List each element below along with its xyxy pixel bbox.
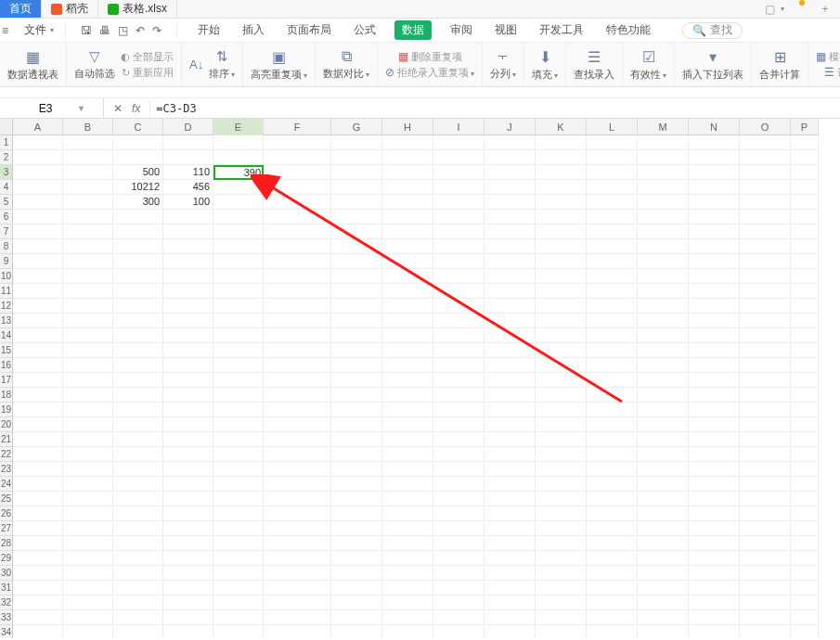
fx-icon[interactable]: fx xyxy=(132,102,140,115)
save-icon[interactable]: 🖫 xyxy=(81,24,92,37)
name-box-dropdown-icon[interactable]: ▼ xyxy=(77,104,85,113)
column-header-F[interactable]: F xyxy=(264,119,331,135)
column-header-G[interactable]: G xyxy=(331,119,382,135)
dropdown-list-button[interactable]: ▾插入下拉列表 xyxy=(675,43,752,86)
cancel-formula-icon[interactable]: ✕ xyxy=(113,102,123,115)
column-header-B[interactable]: B xyxy=(63,119,113,135)
row-header-23[interactable]: 23 xyxy=(0,462,12,477)
column-header-E[interactable]: E xyxy=(213,119,264,135)
row-header-5[interactable]: 5 xyxy=(0,195,12,210)
cell-D3[interactable]: 110 xyxy=(163,165,213,180)
column-header-P[interactable]: P xyxy=(791,119,819,135)
sort-button[interactable]: ⇅排序▾ xyxy=(209,48,235,81)
ribbon-tab-formula[interactable]: 公式 xyxy=(350,20,380,40)
column-header-D[interactable]: D xyxy=(163,119,213,135)
row-header-7[interactable]: 7 xyxy=(0,224,12,239)
search-box[interactable]: 🔍 查找 xyxy=(682,22,743,39)
row-header-8[interactable]: 8 xyxy=(0,239,12,254)
tab-home[interactable]: 首页 xyxy=(0,0,42,18)
name-box[interactable]: ▼ xyxy=(0,98,104,118)
find-input-button[interactable]: ☰查找录入 xyxy=(566,43,623,86)
sort-asc-button[interactable]: A↓ xyxy=(189,58,203,71)
tab-second[interactable]: 稻壳 xyxy=(42,0,98,18)
row-header-33[interactable]: 33 xyxy=(0,610,12,625)
preview-icon[interactable]: ◳ xyxy=(118,24,128,37)
ribbon-tab-pagelayout[interactable]: 页面布局 xyxy=(283,20,335,40)
column-header-I[interactable]: I xyxy=(433,119,485,135)
name-box-input[interactable] xyxy=(18,102,73,115)
row-header-19[interactable]: 19 xyxy=(0,403,12,417)
row-header-29[interactable]: 29 xyxy=(0,551,12,566)
cell-E3[interactable]: 390 xyxy=(213,165,264,180)
tab-third[interactable]: 表格.xlsx xyxy=(98,0,177,18)
row-header-17[interactable]: 17 xyxy=(0,373,12,388)
row-header-12[interactable]: 12 xyxy=(0,299,12,314)
ribbon-tab-special[interactable]: 特色功能 xyxy=(602,20,654,40)
undo-icon[interactable]: ↶ xyxy=(136,24,145,37)
column-header-J[interactable]: J xyxy=(485,119,536,135)
row-header-24[interactable]: 24 xyxy=(0,477,12,492)
row-header-32[interactable]: 32 xyxy=(0,595,12,610)
cell-C5[interactable]: 300 xyxy=(113,195,163,210)
row-header-10[interactable]: 10 xyxy=(0,269,12,284)
column-header-M[interactable]: M xyxy=(638,119,689,135)
data-compare-button[interactable]: ⧉数据对比▾ xyxy=(316,43,378,86)
row-header-6[interactable]: 6 xyxy=(0,210,12,224)
row-header-21[interactable]: 21 xyxy=(0,432,12,447)
row-header-1[interactable]: 1 xyxy=(0,135,12,150)
row-header-9[interactable]: 9 xyxy=(0,254,12,269)
tab-feedback[interactable]: ▢▾ xyxy=(756,0,794,18)
column-header-H[interactable]: H xyxy=(382,119,433,135)
row-header-3[interactable]: 3 xyxy=(0,165,12,180)
column-header-O[interactable]: O xyxy=(740,119,791,135)
fill-handle[interactable] xyxy=(260,176,265,182)
column-header-C[interactable]: C xyxy=(113,119,163,135)
reject-dup-button[interactable]: ⊘拒绝录入重复项▾ xyxy=(385,66,474,80)
row-header-13[interactable]: 13 xyxy=(0,314,12,328)
consolidate-button[interactable]: ⊞合并计算 xyxy=(752,43,808,86)
column-header-L[interactable]: L xyxy=(587,119,638,135)
showall-button[interactable]: ◐全部显示 xyxy=(121,50,174,64)
ribbon-tab-review[interactable]: 审阅 xyxy=(446,20,476,40)
row-header-34[interactable]: 34 xyxy=(0,625,12,638)
row-header-25[interactable]: 25 xyxy=(0,492,12,506)
hamburger-icon[interactable]: ≡ xyxy=(2,24,15,37)
ribbon-tab-start[interactable]: 开始 xyxy=(194,20,224,40)
row-header-14[interactable]: 14 xyxy=(0,328,12,343)
column-header-K[interactable]: K xyxy=(536,119,587,135)
redo-icon[interactable]: ↷ xyxy=(152,24,162,37)
ribbon-tab-insert[interactable]: 插入 xyxy=(239,20,268,40)
record-form-button[interactable]: ☰记录单 xyxy=(816,66,840,80)
simulate-button[interactable]: ▦模拟分析▾ xyxy=(816,50,840,64)
ribbon-tab-data[interactable]: 数据 xyxy=(394,20,432,40)
spreadsheet-grid[interactable]: ABCDEFGHIJKLMNOP 12345678910111213141516… xyxy=(0,119,840,638)
reapply-button[interactable]: ↻重新应用 xyxy=(121,66,174,80)
cell-D5[interactable]: 100 xyxy=(163,195,213,210)
row-header-28[interactable]: 28 xyxy=(0,536,12,551)
row-header-26[interactable]: 26 xyxy=(0,506,12,521)
row-header-31[interactable]: 31 xyxy=(0,581,12,595)
cell-C3[interactable]: 500 xyxy=(113,165,163,180)
autofilter-button[interactable]: ▽自动筛选 xyxy=(74,48,115,81)
row-header-27[interactable]: 27 xyxy=(0,521,12,536)
validation-button[interactable]: ☑有效性▾ xyxy=(623,43,675,86)
row-header-20[interactable]: 20 xyxy=(0,417,12,432)
cell-C4[interactable]: 10212 xyxy=(113,180,163,195)
row-header-30[interactable]: 30 xyxy=(0,566,12,581)
ribbon-tab-dev[interactable]: 开发工具 xyxy=(536,20,588,40)
print-icon[interactable]: 🖶 xyxy=(99,24,110,37)
row-header-18[interactable]: 18 xyxy=(0,388,12,403)
column-header-A[interactable]: A xyxy=(13,119,63,135)
ribbon-tab-view[interactable]: 视图 xyxy=(491,20,521,40)
row-header-4[interactable]: 4 xyxy=(0,180,12,195)
file-menu[interactable]: 文件▾ xyxy=(19,22,59,38)
select-all-corner[interactable] xyxy=(0,119,13,135)
fill-button[interactable]: ⬇填充▾ xyxy=(524,43,566,86)
split-column-button[interactable]: ⫟分列▾ xyxy=(483,43,524,86)
formula-input[interactable]: =C3-D3 xyxy=(150,98,840,118)
remove-dup-button[interactable]: ▦删除重复项 xyxy=(385,50,474,64)
cell-D4[interactable]: 456 xyxy=(163,180,213,195)
row-header-11[interactable]: 11 xyxy=(0,284,12,299)
row-header-15[interactable]: 15 xyxy=(0,343,12,358)
highlight-dup-button[interactable]: ▣高亮重复项▾ xyxy=(243,43,316,86)
